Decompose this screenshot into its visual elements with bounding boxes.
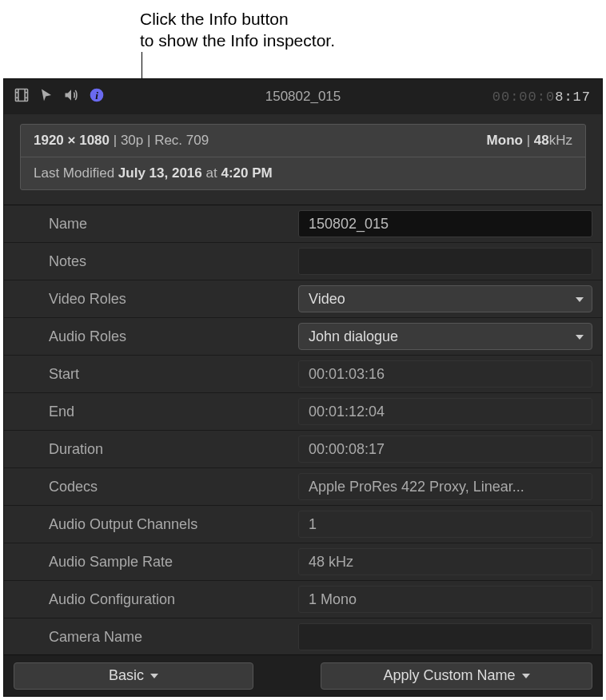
audio-roles-dropdown[interactable]: John dialogue [298,323,592,350]
label-start: Start [20,366,292,383]
callout-line1: Click the Info button [140,10,289,28]
video-roles-dropdown[interactable]: Video [298,285,592,312]
row-audio-roles: Audio Roles John dialogue [4,318,602,356]
metadata-fields: Name 150802_015 Notes Video Roles Video … [4,205,602,656]
audio-sample-rate-value: 48 kHz [298,548,592,575]
format-audio-mode: Mono [487,133,523,148]
format-summary-line1: 1920 × 1080 | 30p | Rec. 709 Mono | 48kH… [21,125,585,157]
row-audio-configuration: Audio Configuration 1 Mono [4,581,602,618]
inspector-footer: Basic Apply Custom Name [4,654,602,696]
label-audio-sample-rate: Audio Sample Rate [20,554,292,571]
label-notes: Notes [20,253,292,270]
row-end: End 00:01:12:04 [4,393,602,431]
modified-date: July 13, 2016 [118,165,202,181]
format-audio-summary: Mono | 48kHz [487,133,572,149]
chevron-down-icon [150,674,158,678]
row-notes: Notes [4,243,602,280]
info-inspector-panel: i 150802_015 00:00:08:17 1920 × 1080 | 3… [3,78,603,697]
label-name: Name [20,216,292,233]
callout-text: Click the Info button to show the Info i… [140,8,335,52]
metadata-view-dropdown[interactable]: Basic [14,662,253,690]
row-audio-output-channels: Audio Output Channels 1 [4,506,602,543]
generator-inspector-icon[interactable] [39,88,54,106]
row-video-roles: Video Roles Video [4,280,602,318]
duration-value: 00:00:08:17 [298,436,592,463]
codecs-value: Apple ProRes 422 Proxy, Linear... [298,473,592,500]
chevron-down-icon [522,674,530,678]
row-name: Name 150802_015 [4,205,602,243]
inspector-tab-icons: i [14,87,105,107]
metadata-view-label: Basic [109,667,144,684]
inspector-top-bar: i 150802_015 00:00:08:17 [4,79,602,114]
notes-field[interactable] [298,248,592,275]
format-resolution: 1920 × 1080 [34,133,110,148]
modified-prefix: Last Modified [34,165,114,181]
start-value: 00:01:03:16 [298,360,592,388]
row-start: Start 00:01:03:16 [4,356,602,393]
audio-inspector-icon[interactable] [63,87,79,107]
audio-output-channels-value: 1 [298,511,592,538]
apply-custom-name-dropdown[interactable]: Apply Custom Name [321,662,592,690]
callout-line2: to show the Info inspector. [140,31,335,50]
label-audio-roles: Audio Roles [20,328,292,345]
label-codecs: Codecs [20,479,292,495]
svg-text:i: i [95,89,98,101]
camera-name-field[interactable] [298,623,592,650]
label-audio-configuration: Audio Configuration [20,591,292,608]
row-codecs: Codecs Apple ProRes 422 Proxy, Linear... [4,468,602,506]
format-colorspace: Rec. 709 [154,133,209,148]
clip-title: 150802_015 [265,89,341,105]
row-camera-name: Camera Name [4,618,602,656]
clip-duration-timecode: 00:00:08:17 [492,89,591,105]
format-fps: 30p [121,133,143,148]
row-duration: Duration 00:00:08:17 [4,431,602,468]
format-video-summary: 1920 × 1080 | 30p | Rec. 709 [34,133,209,149]
label-end: End [20,404,292,420]
apply-custom-name-label: Apply Custom Name [383,667,515,684]
modified-time: 4:20 PM [221,165,272,181]
label-audio-output-channels: Audio Output Channels [20,516,292,533]
timecode-bright: 8:17 [555,89,591,105]
label-video-roles: Video Roles [20,291,292,308]
format-summary-box: 1920 × 1080 | 30p | Rec. 709 Mono | 48kH… [20,124,586,190]
modified-at: at [206,165,217,181]
label-camera-name: Camera Name [20,629,292,646]
name-field[interactable]: 150802_015 [298,210,592,237]
label-duration: Duration [20,441,292,458]
format-audio-unit: kHz [549,133,572,148]
audio-configuration-value: 1 Mono [298,586,592,613]
timecode-dim: 00:00:0 [492,89,555,105]
svg-rect-0 [16,89,28,101]
format-audio-rate: 48 [534,133,549,148]
row-audio-sample-rate: Audio Sample Rate 48 kHz [4,543,602,581]
info-inspector-icon[interactable]: i [89,87,105,107]
end-value: 00:01:12:04 [298,398,592,425]
format-summary-line2: Last Modified July 13, 2016 at 4:20 PM [21,157,585,189]
video-inspector-icon[interactable] [14,87,30,107]
